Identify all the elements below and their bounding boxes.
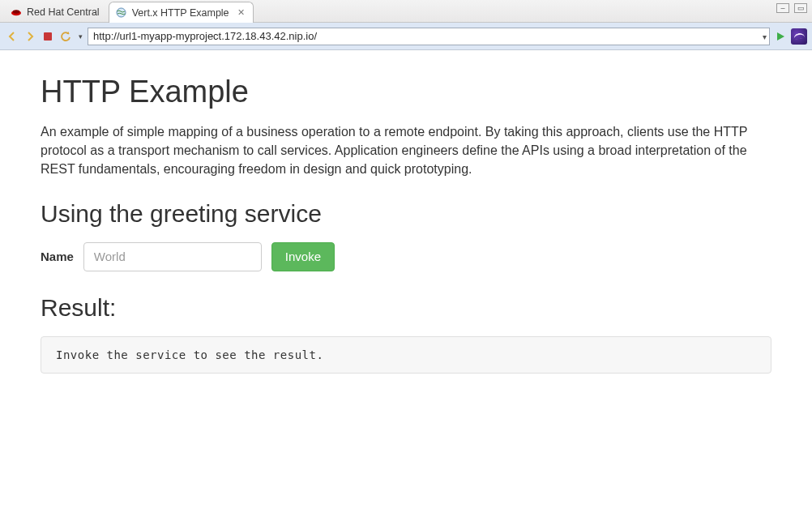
tab-vertx-http-example[interactable]: Vert.x HTTP Example ✕ [109, 2, 254, 23]
tab-label: Vert.x HTTP Example [132, 7, 229, 19]
refresh-dropdown-icon[interactable]: ▾ [76, 29, 84, 44]
invoke-button[interactable]: Invoke [271, 242, 335, 271]
section-heading-greeting: Using the greeting service [41, 200, 771, 228]
svg-point-2 [117, 8, 126, 17]
tab-red-hat-central[interactable]: Red Hat Central [3, 1, 109, 22]
svg-point-1 [13, 10, 19, 13]
open-in-eclipse-button[interactable] [791, 28, 807, 45]
window-controls: – ▭ [776, 3, 807, 13]
close-icon[interactable]: ✕ [237, 7, 245, 18]
name-input[interactable] [83, 242, 262, 271]
name-label: Name [41, 250, 74, 263]
browser-toolbar: ▾ ▾ [0, 23, 812, 50]
tab-label: Red Hat Central [27, 6, 100, 18]
page-title: HTTP Example [41, 75, 771, 109]
result-output: Invoke the service to see the result. [41, 336, 771, 374]
tab-strip: Red Hat Central Vert.x HTTP Example ✕ – … [0, 0, 812, 23]
minimize-button[interactable]: – [776, 3, 789, 13]
greeting-form: Name Invoke [41, 242, 771, 271]
go-button[interactable] [773, 29, 788, 44]
forward-button[interactable] [23, 29, 37, 44]
lead-paragraph: An example of simple mapping of a busine… [41, 122, 771, 179]
stop-button[interactable] [41, 29, 55, 44]
back-button[interactable] [5, 29, 19, 44]
svg-rect-3 [44, 32, 52, 41]
refresh-button[interactable] [58, 29, 73, 44]
redhat-icon [11, 6, 22, 18]
globe-icon [116, 7, 127, 19]
maximize-button[interactable]: ▭ [794, 3, 807, 13]
url-input[interactable] [88, 28, 770, 45]
page-content: HTTP Example An example of simple mappin… [0, 50, 812, 374]
section-heading-result: Result: [41, 294, 771, 322]
